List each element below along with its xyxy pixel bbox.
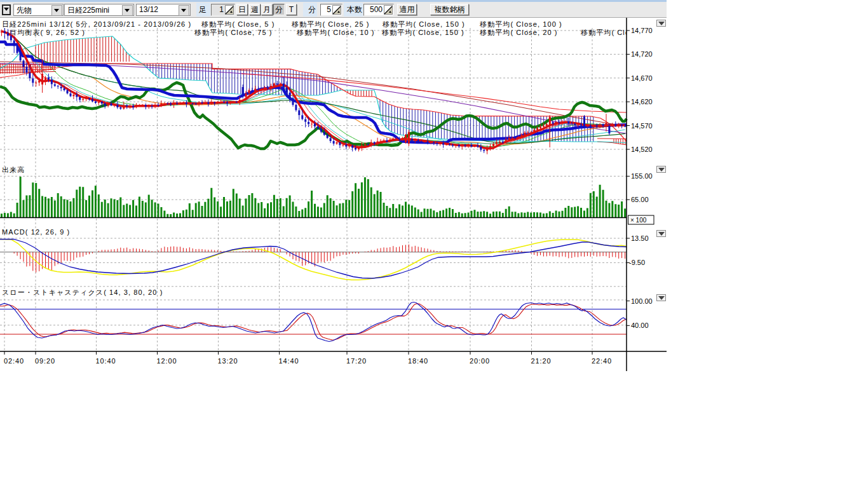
svg-text:日経225mini 13/12( 5分, 2013/09/2: 日経225mini 13/12( 5分, 2013/09/21 - 2013/0…: [2, 20, 191, 28]
svg-text:14,520: 14,520: [631, 146, 653, 153]
svg-text:12:00: 12:00: [157, 357, 177, 365]
svg-text:14,720: 14,720: [631, 50, 653, 58]
svg-text:14,770: 14,770: [631, 27, 653, 34]
svg-text:14:40: 14:40: [279, 357, 299, 365]
svg-text:13.50: 13.50: [631, 234, 649, 242]
svg-text:40.00: 40.00: [631, 322, 649, 329]
svg-text:22:40: 22:40: [592, 357, 612, 365]
svg-text:移動平均( Close, 20 ): 移動平均( Close, 20 ): [480, 29, 558, 36]
svg-text:20:00: 20:00: [470, 357, 490, 365]
svg-text:10:40: 10:40: [96, 357, 116, 365]
svg-text:移動平均( Close, 5 ): 移動平均( Close, 5 ): [201, 20, 275, 28]
svg-text:18:40: 18:40: [408, 357, 428, 365]
svg-text:移動平均( Close, 10 ): 移動平均( Close, 10 ): [297, 29, 375, 36]
svg-text:21:20: 21:20: [531, 357, 552, 365]
svg-text:× 100: × 100: [630, 217, 647, 224]
svg-text:13:20: 13:20: [218, 357, 238, 365]
svg-text:14,620: 14,620: [631, 98, 653, 105]
svg-text:-9.50: -9.50: [629, 259, 645, 266]
svg-text:155.00: 155.00: [631, 172, 653, 180]
svg-text:65.00: 65.00: [631, 196, 649, 203]
svg-text:出来高: 出来高: [2, 166, 25, 173]
svg-text:一目均衡表( 9, 26, 52 ): 一目均衡表( 9, 26, 52 ): [2, 29, 85, 36]
svg-text:17:20: 17:20: [346, 357, 367, 365]
svg-text:14,670: 14,670: [631, 74, 653, 82]
svg-text:09:20: 09:20: [35, 357, 55, 365]
svg-text:移動平均( Close, 25 ): 移動平均( Close, 25 ): [292, 20, 370, 28]
svg-text:移動平均( Close, 150 ): 移動平均( Close, 150 ): [382, 29, 465, 36]
svg-text:移動平均( Close, 150 ): 移動平均( Close, 150 ): [383, 20, 465, 28]
svg-text:14,570: 14,570: [631, 122, 653, 130]
svg-text:MACD( 12, 26, 9 ): MACD( 12, 26, 9 ): [2, 228, 70, 236]
svg-text:スロー・ストキャスティクス( 14, 3, 80, 20 ): スロー・ストキャスティクス( 14, 3, 80, 20 ): [2, 288, 163, 296]
svg-text:移動平均( Close, 75 ): 移動平均( Close, 75 ): [194, 29, 273, 36]
svg-text:100.00: 100.00: [631, 297, 653, 305]
svg-text:02:40: 02:40: [4, 357, 24, 365]
svg-text:移動平均( Close, 100 ): 移動平均( Close, 100 ): [480, 20, 562, 28]
